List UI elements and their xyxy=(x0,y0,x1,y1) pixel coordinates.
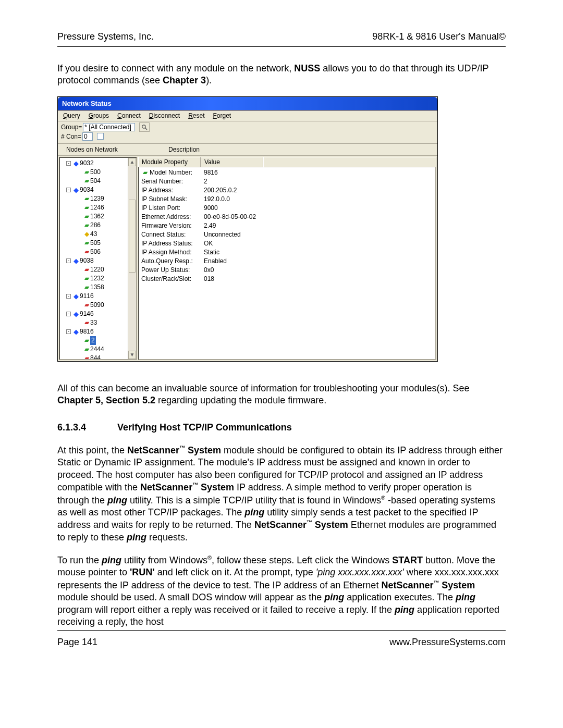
tree-node[interactable]: ▰ 33 xyxy=(62,318,136,327)
search-icon[interactable] xyxy=(139,122,150,132)
property-key: IP Listen Port: xyxy=(141,204,204,213)
property-row: Power Up Status:0x0 xyxy=(139,266,435,275)
tree-node-label: 1220 xyxy=(90,265,104,274)
tree-node[interactable]: ▰ 504 xyxy=(62,177,136,186)
tree-node[interactable]: ▰ 5090 xyxy=(62,301,136,310)
expand-icon[interactable]: - xyxy=(66,188,71,192)
module-icon: ▰ xyxy=(83,221,90,230)
footer-page: Page 141 xyxy=(57,637,97,648)
tree-node-label: 1246 xyxy=(90,203,104,212)
toolbar-checkbox[interactable] xyxy=(97,133,104,140)
header-nodes: Nodes on Network xyxy=(66,146,168,153)
tree-node[interactable]: -◆ 9038 xyxy=(62,256,136,265)
tree-node[interactable]: -◆ 9116 xyxy=(62,292,136,301)
property-key: IP Subnet Mask: xyxy=(141,195,204,204)
section-number: 6.1.3.4 xyxy=(57,422,86,433)
tree-node[interactable]: ▰ 500 xyxy=(62,168,136,177)
property-row: IP Subnet Mask:192.0.0.0 xyxy=(139,195,435,204)
diamond-icon: ◆ xyxy=(72,256,80,265)
tree-panel: -◆ 9032▰ 500▰ 504-◆ 9034▰ 1239▰ 1246▰ 13… xyxy=(59,157,137,360)
property-row: Auto.Query Resp.:Enabled xyxy=(139,257,435,266)
property-value: Unconnected xyxy=(204,230,241,239)
tree-node[interactable]: -◆ 9816 xyxy=(62,327,136,336)
prop-header-value[interactable]: Value xyxy=(201,157,263,167)
tree-node[interactable]: ◆ 43 xyxy=(62,230,136,239)
module-icon: ▰ xyxy=(83,336,90,345)
tree-node-label: 9038 xyxy=(80,256,94,265)
prop-header-key[interactable]: Module Property xyxy=(138,157,201,167)
section-heading: 6.1.3.4Verifying Host TCP/IP Communicati… xyxy=(57,422,506,434)
menu-connect[interactable]: Connect xyxy=(114,112,144,120)
group-input[interactable] xyxy=(83,123,135,131)
menu-query[interactable]: Query xyxy=(60,112,83,120)
menu-groups[interactable]: Groups xyxy=(85,112,112,120)
property-key: Connect Status: xyxy=(141,230,204,239)
section-title: Verifying Host TCP/IP Communications xyxy=(117,422,292,433)
tree-node-label: 2444 xyxy=(90,345,104,354)
tree-node-label: 844 xyxy=(90,354,101,360)
tree-node[interactable]: ▰ 1362 xyxy=(62,212,136,221)
property-key: Auto.Query Resp.: xyxy=(141,257,204,266)
expand-icon[interactable]: - xyxy=(66,161,71,166)
property-row: Serial Number:2 xyxy=(139,177,435,186)
tree-node[interactable]: ▰ 506 xyxy=(62,248,136,256)
scroll-thumb[interactable] xyxy=(129,200,136,273)
after-screenshot-paragraph: All of this can become an invaluable sou… xyxy=(57,382,506,407)
tree-node[interactable]: ▰ 286 xyxy=(62,221,136,230)
property-key: IP Assign Method: xyxy=(141,248,204,257)
tree-scrollbar[interactable]: ▲ ▼ xyxy=(128,158,136,359)
tree-node-label: 506 xyxy=(90,248,101,256)
tree-node[interactable]: ▰ 1239 xyxy=(62,194,136,203)
tree-node[interactable]: ▰ 1232 xyxy=(62,274,136,283)
header-description: Description xyxy=(168,146,200,153)
diamond-icon: ◆ xyxy=(72,186,80,194)
group-label: Group= xyxy=(61,124,82,131)
paragraph-1: At this point, the NetScanner™ System mo… xyxy=(57,444,506,544)
property-key: Power Up Status: xyxy=(141,266,204,275)
tree-node[interactable]: -◆ 9146 xyxy=(62,310,136,318)
tree-node[interactable]: ▰ 1358 xyxy=(62,283,136,292)
property-row: Firmware Version:2.49 xyxy=(139,221,435,230)
property-key: ▰Model Number: xyxy=(141,168,204,177)
property-row: Connect Status:Unconnected xyxy=(139,230,435,239)
property-row: IP Address:200.205.0.2 xyxy=(139,186,435,195)
property-value: 2 xyxy=(204,177,207,186)
tree-node-label: 504 xyxy=(90,177,101,186)
tree-node-label: 505 xyxy=(90,239,101,248)
property-value: 00-e0-8d-05-00-02 xyxy=(204,213,256,221)
nodes-tree[interactable]: -◆ 9032▰ 500▰ 504-◆ 9034▰ 1239▰ 1246▰ 13… xyxy=(60,158,136,360)
tree-node[interactable]: ▰ 505 xyxy=(62,239,136,248)
tree-node[interactable]: ▰ 2 xyxy=(62,336,136,345)
menu-forget[interactable]: Forget xyxy=(210,112,235,120)
tree-node[interactable]: ▰ 2444 xyxy=(62,345,136,354)
menu-disconnect[interactable]: Disconnect xyxy=(146,112,183,120)
con-label: # Con= xyxy=(61,133,81,140)
properties-list: ▰Model Number:9816Serial Number:2IP Addr… xyxy=(138,167,436,360)
tree-node[interactable]: ▰ 1220 xyxy=(62,265,136,274)
property-value: 0x0 xyxy=(204,266,214,275)
menu-reset[interactable]: Reset xyxy=(185,112,207,120)
property-value: Static xyxy=(204,248,219,257)
diamond-icon: ◆ xyxy=(72,159,80,168)
red-icon: ▰ xyxy=(83,265,90,274)
scroll-up-icon[interactable]: ▲ xyxy=(128,158,136,166)
scroll-down-icon[interactable]: ▼ xyxy=(128,351,136,359)
footer-url: www.PressureSystems.com xyxy=(389,637,506,648)
header-right: 98RK-1 & 9816 User's Manual© xyxy=(372,31,506,42)
expand-icon[interactable]: - xyxy=(66,329,71,334)
yellow-icon: ◆ xyxy=(83,230,90,239)
tree-node[interactable]: ▰ 1246 xyxy=(62,203,136,212)
expand-icon[interactable]: - xyxy=(66,294,71,299)
expand-icon[interactable]: - xyxy=(66,312,71,316)
tree-node-label: 1358 xyxy=(90,283,104,292)
expand-icon[interactable]: - xyxy=(66,258,71,263)
tree-node[interactable]: -◆ 9034 xyxy=(62,186,136,194)
tree-node[interactable]: ▰ 844 xyxy=(62,354,136,360)
tree-node[interactable]: -◆ 9032 xyxy=(62,159,136,168)
property-value: 018 xyxy=(204,275,214,283)
property-value: 192.0.0.0 xyxy=(204,195,230,204)
con-input[interactable] xyxy=(82,132,93,141)
window-titlebar[interactable]: Network Status xyxy=(58,97,437,110)
tree-node-label: 286 xyxy=(90,221,101,230)
footer-rule xyxy=(57,630,506,631)
